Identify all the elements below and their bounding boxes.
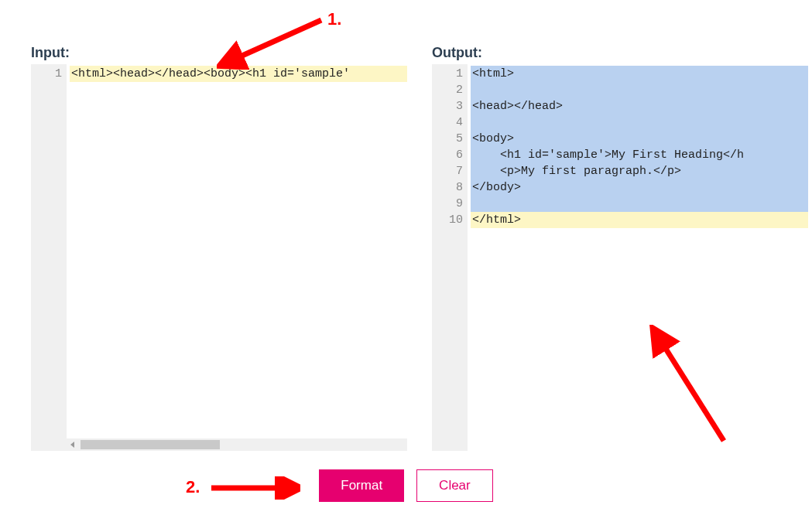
output-code-line[interactable]: <body> xyxy=(471,131,808,147)
output-gutter: 12345678910 xyxy=(432,64,468,451)
output-code-line[interactable]: <h1 id='sample'>My First Heading</h xyxy=(471,147,808,163)
output-panel: Output: 12345678910 <html><head></head><… xyxy=(432,45,808,451)
line-number: 7 xyxy=(433,163,463,179)
output-code-line[interactable] xyxy=(471,196,808,212)
input-code-line[interactable]: <html><head></head><body><h1 id='sample' xyxy=(70,66,407,82)
input-scrollbar[interactable] xyxy=(67,438,407,451)
line-number: 1 xyxy=(433,66,463,82)
format-button[interactable]: Format xyxy=(319,469,404,502)
input-code[interactable]: <html><head></head><body><h1 id='sample' xyxy=(67,64,407,451)
input-editor[interactable]: 1 <html><head></head><body><h1 id='sampl… xyxy=(31,64,407,451)
line-number: 2 xyxy=(433,82,463,98)
output-code-line[interactable]: </body> xyxy=(471,179,808,196)
output-code-line[interactable] xyxy=(471,114,808,131)
line-number: 8 xyxy=(433,179,463,196)
line-number: 4 xyxy=(433,114,463,131)
line-number: 6 xyxy=(433,147,463,163)
output-code-line[interactable]: <p>My first paragraph.</p> xyxy=(471,163,808,179)
input-panel: Input: 1 <html><head></head><body><h1 id… xyxy=(31,45,407,451)
input-gutter: 1 xyxy=(31,64,67,451)
line-number: 5 xyxy=(433,131,463,147)
output-code-line[interactable]: <head></head> xyxy=(471,98,808,114)
output-label: Output: xyxy=(432,45,808,61)
output-code[interactable]: <html><head></head><body> <h1 id='sample… xyxy=(468,64,808,451)
button-row: Format Clear xyxy=(0,469,812,502)
scroll-thumb[interactable] xyxy=(81,440,220,449)
output-code-line[interactable] xyxy=(471,82,808,98)
output-code-line[interactable]: </html> xyxy=(471,212,808,228)
line-number: 1 xyxy=(33,66,62,82)
line-number: 3 xyxy=(433,98,463,114)
scroll-left-icon[interactable] xyxy=(68,439,79,450)
output-code-line[interactable]: <html> xyxy=(471,66,808,82)
clear-button[interactable]: Clear xyxy=(416,469,493,502)
input-label: Input: xyxy=(31,45,407,61)
line-number: 10 xyxy=(433,212,463,228)
line-number: 9 xyxy=(433,196,463,212)
output-editor[interactable]: 12345678910 <html><head></head><body> <h… xyxy=(432,64,808,451)
